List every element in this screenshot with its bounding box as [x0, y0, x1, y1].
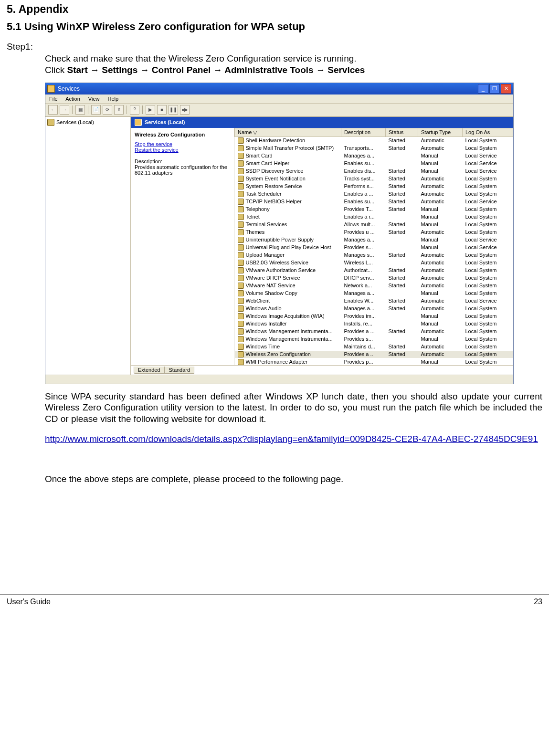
- gear-icon: [238, 328, 244, 335]
- table-row[interactable]: SSDP Discovery ServiceEnables dis...Star…: [235, 167, 513, 175]
- table-row[interactable]: Windows AudioManages a...StartedAutomati…: [235, 304, 513, 312]
- pause-button[interactable]: ❚❚: [169, 105, 178, 115]
- table-row[interactable]: Windows Management Instrumenta...Provide…: [235, 327, 513, 335]
- download-link[interactable]: http://www.microsoft.com/downloads/detai…: [45, 434, 538, 444]
- gear-icon: [238, 229, 244, 235]
- table-row[interactable]: WebClientEnables W...StartedAutomaticLoc…: [235, 297, 513, 304]
- toolbar: ← → ▦ 📄 ⟳ ⇪ ? ▶ ■ ❚❚ ∎▶: [45, 104, 513, 116]
- table-row[interactable]: Smart CardManages a...ManualLocal Servic…: [235, 152, 513, 159]
- table-row[interactable]: ThemesProvides u ...StartedAutomaticLoca…: [235, 228, 513, 236]
- table-row[interactable]: Shell Hardware DetectionStartedAutomatic…: [235, 136, 513, 144]
- start-button[interactable]: ▶: [146, 105, 155, 115]
- gear-icon: [238, 221, 244, 228]
- gear-icon: [47, 119, 54, 126]
- subsection-heading: 5.1 Using WinXP Wireless Zero configurat…: [7, 21, 542, 33]
- stop-button[interactable]: ■: [157, 105, 167, 115]
- gear-icon: [238, 237, 244, 243]
- description-label: Description:: [135, 158, 230, 164]
- stop-service-link[interactable]: Stop the service: [135, 141, 230, 147]
- table-row[interactable]: WMI Performance AdapterProvides p...Manu…: [235, 358, 513, 365]
- refresh-button[interactable]: ⟳: [103, 105, 112, 115]
- table-row[interactable]: Windows Management Instrumenta...Provide…: [235, 335, 513, 343]
- properties-button[interactable]: 📄: [91, 105, 101, 115]
- gear-icon: [238, 183, 244, 189]
- gear-icon: [238, 176, 244, 182]
- close-button[interactable]: ✕: [501, 84, 511, 94]
- gear-icon: [238, 160, 244, 167]
- table-row[interactable]: Windows InstallerInstalls, re...ManualLo…: [235, 320, 513, 327]
- table-row[interactable]: Simple Mail Transfer Protocol (SMTP)Tran…: [235, 144, 513, 152]
- menu-file[interactable]: File: [49, 96, 58, 102]
- gear-icon: [238, 191, 244, 197]
- gear-icon: [238, 206, 244, 212]
- menu-action[interactable]: Action: [65, 96, 80, 102]
- table-row[interactable]: VMware DHCP ServiceDHCP serv...StartedAu…: [235, 274, 513, 282]
- gear-icon: [238, 321, 244, 327]
- table-row[interactable]: Terminal ServicesAllows mult...StartedMa…: [235, 220, 513, 228]
- gear-icon: [238, 298, 244, 304]
- gear-icon: [238, 260, 244, 266]
- table-row[interactable]: Smart Card HelperEnables su...ManualLoca…: [235, 159, 513, 167]
- gear-icon: [238, 153, 244, 159]
- tree-node-services-local[interactable]: Services (Local): [47, 119, 128, 126]
- table-row[interactable]: System Restore ServicePerforms s...Start…: [235, 182, 513, 190]
- table-row[interactable]: VMware NAT ServiceNetwork a...StartedAut…: [235, 282, 513, 289]
- window-titlebar[interactable]: Services _ ❐ ✕: [45, 83, 513, 94]
- table-row[interactable]: Windows TimeMaintains d...StartedAutomat…: [235, 343, 513, 350]
- menu-view[interactable]: View: [88, 96, 100, 102]
- instruction-line-2: Click Start → Settings → Control Panel →…: [45, 64, 542, 76]
- gear-icon: [238, 290, 244, 296]
- tree-pane: Services (Local): [45, 117, 131, 375]
- footer-page-number: 23: [534, 598, 542, 606]
- gear-icon: [238, 336, 244, 342]
- maximize-button[interactable]: ❐: [489, 84, 500, 94]
- table-row[interactable]: Volume Shadow CopyManages a...ManualLoca…: [235, 289, 513, 297]
- table-row[interactable]: TCP/IP NetBIOS HelperEnables su...Starte…: [235, 198, 513, 205]
- gear-icon: [238, 351, 244, 357]
- table-row[interactable]: Windows Image Acquisition (WIA)Provides …: [235, 312, 513, 320]
- step-label: Step1:: [7, 42, 542, 52]
- table-row[interactable]: VMware Authorization ServiceAuthorizat..…: [235, 266, 513, 274]
- table-row[interactable]: TelephonyProvides T...StartedManualLocal…: [235, 205, 513, 213]
- gear-icon: [238, 359, 244, 365]
- gear-icon: [238, 344, 244, 350]
- gear-icon: [238, 275, 244, 281]
- menu-help[interactable]: Help: [108, 96, 119, 102]
- description-text: Provides automatic configuration for the…: [135, 164, 230, 176]
- section-heading: 5. Appendix: [7, 3, 542, 16]
- gear-icon: [238, 313, 244, 319]
- col-name[interactable]: Name ▽: [235, 128, 341, 136]
- col-status[interactable]: Status: [386, 128, 418, 136]
- table-row[interactable]: Uninterruptible Power SupplyManages a...…: [235, 236, 513, 243]
- col-log-on-as[interactable]: Log On As: [463, 128, 513, 136]
- footer-left: User's Guide: [7, 598, 51, 606]
- forward-button[interactable]: →: [60, 105, 69, 115]
- services-window: Services _ ❐ ✕ File Action View Help ← →…: [45, 83, 514, 384]
- table-row[interactable]: Task SchedulerEnables a ...StartedAutoma…: [235, 190, 513, 198]
- tab-extended[interactable]: Extended: [134, 367, 164, 374]
- table-row[interactable]: USB2.0G Wireless ServiceWireless L...Aut…: [235, 259, 513, 266]
- gear-icon: [238, 252, 244, 258]
- help-button[interactable]: ?: [130, 105, 139, 115]
- col-startup-type[interactable]: Startup Type: [418, 128, 463, 136]
- table-row[interactable]: TelnetEnables a r...ManualLocal System: [235, 213, 513, 220]
- gear-icon: [238, 199, 244, 205]
- back-button[interactable]: ←: [48, 105, 58, 115]
- col-description[interactable]: Description: [341, 128, 386, 136]
- toolbar-icon[interactable]: ▦: [75, 105, 85, 115]
- tab-standard[interactable]: Standard: [164, 367, 194, 374]
- restart-service-link[interactable]: Restart the service: [135, 147, 230, 153]
- restart-button[interactable]: ∎▶: [180, 105, 190, 115]
- table-row[interactable]: Upload ManagerManages s...StartedAutomat…: [235, 251, 513, 259]
- gear-icon: [238, 267, 244, 273]
- gear-icon: [238, 137, 244, 144]
- view-tabs: Extended Standard: [131, 365, 513, 375]
- table-row[interactable]: Universal Plug and Play Device HostProvi…: [235, 243, 513, 251]
- table-row[interactable]: Wireless Zero ConfigurationProvides a ..…: [235, 350, 513, 358]
- gear-icon: [238, 244, 244, 251]
- services-grid[interactable]: Name ▽ Description Status Startup Type L…: [234, 128, 513, 365]
- paragraph-wpa: Since WPA security standard has been def…: [45, 391, 542, 425]
- export-button[interactable]: ⇪: [114, 105, 124, 115]
- minimize-button[interactable]: _: [478, 84, 488, 94]
- table-row[interactable]: System Event NotificationTracks syst...S…: [235, 175, 513, 182]
